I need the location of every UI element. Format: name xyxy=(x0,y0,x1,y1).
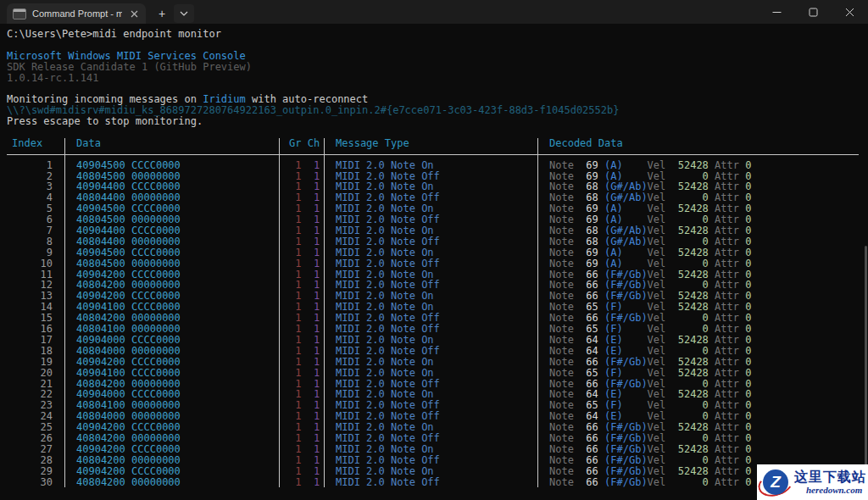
close-button[interactable] xyxy=(832,0,868,24)
row-index: 25 xyxy=(7,422,65,433)
watermark[interactable]: Z 这里下载站 heredown.com xyxy=(757,464,868,500)
prompt-line: C:\Users\Pete>midi endpoint monitor xyxy=(7,29,868,40)
channel-value: 1 xyxy=(308,346,320,357)
attr-value: 0 xyxy=(745,258,751,269)
attr-value: 0 xyxy=(745,279,751,291)
velocity-value: 52428 xyxy=(665,247,709,258)
row-index: 28 xyxy=(7,455,65,466)
table-header-row: Index Data Gr Ch Message Type Decoded Da… xyxy=(7,138,868,149)
sdk-release-line: SDK Release Candidate 1 (GitHub Preview) xyxy=(7,62,868,73)
group-value: 1 xyxy=(289,335,301,346)
row-message-type: MIDI 2.0 Note On xyxy=(325,368,538,379)
attr-value: 0 xyxy=(745,388,751,400)
attr-value: 0 xyxy=(745,367,751,379)
row-data: 40804200 00000000 xyxy=(65,477,280,488)
row-index: 20 xyxy=(7,368,65,379)
watermark-logo-icon: Z xyxy=(759,465,793,499)
channel-value: 1 xyxy=(308,247,320,258)
note-label: Note xyxy=(549,301,574,313)
row-data: 40904200 CCCC0000 xyxy=(65,357,280,368)
row-decoded: Note65 (F)Vel52428 Attr 0 xyxy=(538,368,859,379)
tab-title: Command Prompt - midi end xyxy=(32,8,122,19)
note-label: Note xyxy=(549,214,574,225)
escape-hint-line: Press escape to stop monitoring. xyxy=(7,116,868,127)
note-name: (E) xyxy=(604,346,648,357)
table-row: 3040804200 000000001 1MIDI 2.0 Note OffN… xyxy=(7,477,868,488)
note-label: Note xyxy=(549,399,574,411)
velocity-value: 52428 xyxy=(665,368,709,379)
note-label: Note xyxy=(549,258,574,269)
attr-label: Attr xyxy=(709,247,745,258)
row-group-channel: 1 1 xyxy=(280,477,325,488)
attr-label: Attr xyxy=(709,214,745,225)
tab-dropdown-button[interactable] xyxy=(174,4,194,23)
note-label: Note xyxy=(549,203,574,214)
note-number: 66 xyxy=(574,455,598,466)
attr-label: Attr xyxy=(709,421,745,433)
note-label: Note xyxy=(549,225,574,236)
note-name: (F#/Gb) xyxy=(604,466,648,477)
row-index: 11 xyxy=(7,269,65,281)
note-name: (F#/Gb) xyxy=(604,357,648,368)
attr-label: Attr xyxy=(709,258,745,269)
attr-label: Attr xyxy=(709,378,745,390)
terminal-content[interactable]: C:\Users\Pete>midi endpoint monitor Micr… xyxy=(0,24,868,500)
group-value: 1 xyxy=(289,258,301,269)
header-channel: Ch xyxy=(308,137,320,149)
note-label: Note xyxy=(549,476,574,488)
velocity-label: Vel xyxy=(648,312,666,324)
row-group-channel: 1 1 xyxy=(280,236,325,247)
row-data: 40804500 00000000 xyxy=(65,258,280,269)
velocity-label: Vel xyxy=(648,388,666,400)
row-index: 12 xyxy=(7,280,65,291)
header-separator-row xyxy=(7,149,868,160)
row-decoded: Note68 (G#/Ab)Vel52428 Attr 0 xyxy=(538,225,859,236)
tab-command-prompt[interactable]: Command Prompt - midi end xyxy=(7,3,146,24)
channel-value: 1 xyxy=(308,444,320,455)
attr-value: 0 xyxy=(745,443,751,455)
row-group-channel: 1 1 xyxy=(280,258,325,269)
attr-value: 0 xyxy=(745,269,751,281)
row-message-type: MIDI 2.0 Note On xyxy=(325,335,538,346)
attr-value: 0 xyxy=(745,170,751,182)
new-tab-button[interactable]: + xyxy=(153,4,171,23)
minimize-button[interactable] xyxy=(759,0,795,24)
velocity-label: Vel xyxy=(648,421,666,433)
velocity-label: Vel xyxy=(648,454,666,466)
attr-label: Attr xyxy=(709,225,745,236)
row-group-channel: 1 1 xyxy=(280,357,325,368)
row-message-type: MIDI 2.0 Note Off xyxy=(325,433,538,444)
note-name: (A) xyxy=(604,258,648,269)
row-index: 16 xyxy=(7,324,65,335)
group-value: 1 xyxy=(289,477,301,488)
row-data: 40904000 CCCC0000 xyxy=(65,335,280,346)
tab-close-icon[interactable] xyxy=(128,8,140,19)
scrollbar-thumb[interactable] xyxy=(865,246,867,500)
attr-value: 0 xyxy=(745,356,751,368)
attr-label: Attr xyxy=(709,410,745,422)
row-index: 23 xyxy=(7,400,65,411)
note-label: Note xyxy=(549,345,574,357)
row-index: 9 xyxy=(7,247,65,258)
velocity-label: Vel xyxy=(648,203,666,214)
row-data: 40904200 CCCC0000 xyxy=(65,444,280,455)
logo-circle: Z xyxy=(763,469,788,495)
row-message-type: MIDI 2.0 Note Off xyxy=(325,258,538,269)
note-name: (A) xyxy=(604,160,648,171)
attr-value: 0 xyxy=(745,323,751,335)
note-label: Note xyxy=(549,312,574,324)
note-label: Note xyxy=(549,170,574,182)
row-data: 40804200 00000000 xyxy=(65,455,280,466)
velocity-label: Vel xyxy=(648,159,666,171)
velocity-label: Vel xyxy=(648,214,666,225)
note-name: (E) xyxy=(604,335,648,346)
note-label: Note xyxy=(549,247,574,258)
window-controls xyxy=(759,0,868,24)
attr-label: Attr xyxy=(709,432,745,444)
attr-label: Attr xyxy=(709,312,745,324)
row-message-type: MIDI 2.0 Note On xyxy=(325,444,538,455)
note-number: 69 xyxy=(574,247,598,258)
attr-label: Attr xyxy=(709,290,745,302)
close-icon xyxy=(845,8,854,17)
maximize-button[interactable] xyxy=(795,0,832,24)
